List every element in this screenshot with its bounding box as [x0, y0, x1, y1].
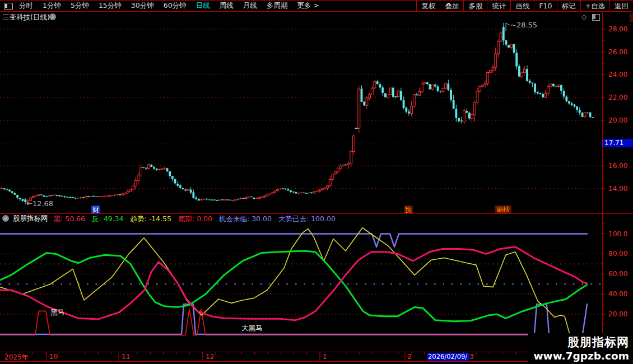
price-axis-label-20.00: 20.00: [608, 116, 627, 124]
indicator-line-dibu: [0, 309, 587, 335]
month-label-11: 11: [122, 353, 130, 361]
candlesticks: [1, 23, 594, 204]
action-button-返回[interactable]: 返回: [609, 1, 633, 11]
period-button-分时[interactable]: 分时: [19, 1, 33, 11]
action-button-叠加[interactable]: 叠加: [440, 1, 463, 11]
readout-底部: 底部: 0.00: [178, 214, 212, 223]
period-button-多周期[interactable]: 多周期: [267, 1, 288, 11]
action-button-标记[interactable]: 标记: [557, 1, 580, 11]
title-bar: 三变科技(日线) ⌄ ◇: [0, 12, 602, 21]
signal-label-大黑马: 大黑马: [241, 324, 263, 333]
watermark-url: www.7gpzb.com: [534, 350, 629, 362]
period-button-60分钟[interactable]: 60分钟: [164, 1, 187, 11]
indicator-gridlines: [0, 234, 602, 315]
year-label: 2025年: [4, 353, 29, 362]
period-button-30分钟[interactable]: 30分钟: [131, 1, 154, 11]
action-button-画线[interactable]: 画线: [510, 1, 534, 11]
high-flag-icon: [506, 23, 510, 31]
side-panel-tab[interactable]: [630, 13, 633, 22]
indicator-line-fan: [0, 251, 587, 321]
action-button-复权[interactable]: 复权: [416, 1, 440, 11]
low-price-annotation: ←12.68: [26, 199, 53, 208]
indicator-readouts: 黑: 50.66反: 49.34趋势: -14.55底部: 0.00机会来临: …: [54, 213, 342, 224]
readout-趋势: 趋势: -14.55: [130, 214, 171, 223]
cursor-date-tag: 2026/02/09/一: [427, 353, 469, 361]
watermark: 股朋指标网 www.7gpzb.com: [528, 333, 631, 362]
chevron-down-icon[interactable]: ⌄: [2, 215, 9, 222]
watermark-site-name: 股朋指标网: [534, 334, 629, 350]
period-button-5分钟[interactable]: 5分钟: [71, 1, 89, 11]
price-axis-label-28.00: 28.00: [608, 25, 627, 33]
panel-divider: [0, 213, 633, 214]
indicator-axis-label-60.00: 60.00: [608, 270, 627, 278]
indicator-axis-label-20.00: 20.00: [608, 310, 627, 318]
month-label-12: 12: [206, 353, 214, 361]
month-label-1: 1: [323, 353, 327, 361]
price-axis-label-22.00: 22.00: [608, 94, 627, 101]
price-gridlines: [0, 29, 602, 189]
split-window-icon[interactable]: [4, 3, 13, 10]
price-axis-label-26.00: 26.00: [608, 48, 627, 56]
indicator-header: ⌄ 股朋指标网 黑: 50.66反: 49.34趋势: -14.55底部: 0.…: [0, 214, 602, 222]
price-axis-label-14.00: 14.00: [608, 185, 627, 193]
period-button-月线[interactable]: 月线: [243, 1, 257, 11]
action-button-统计[interactable]: 统计: [487, 1, 510, 11]
chevron-down-icon[interactable]: ⌄: [49, 13, 56, 20]
period-button-周线[interactable]: 周线: [220, 1, 234, 11]
price-axis-line: [602, 12, 603, 352]
action-button-+自选[interactable]: +自选: [580, 1, 609, 11]
signal-label-黑马: 黑马: [50, 308, 64, 318]
period-button-日线[interactable]: 日线: [196, 1, 210, 11]
month-label-3: 3: [469, 353, 474, 361]
toolbar-separator: [16, 1, 16, 11]
readout-反: 反: 49.34: [92, 214, 123, 223]
top-toolbar: 分时1分钟5分钟15分钟30分钟60分钟日线周线月线多周期更多 > 复权叠加多股…: [0, 0, 633, 12]
period-button-更多 >[interactable]: 更多 >: [297, 1, 319, 11]
price-axis-label-24.00: 24.00: [608, 71, 627, 78]
period-button-15分钟[interactable]: 15分钟: [99, 1, 122, 11]
indicator-line-qushi: [0, 228, 577, 349]
action-button-F10[interactable]: F10: [534, 1, 556, 11]
action-button-多股[interactable]: 多股: [463, 1, 487, 11]
axis-ticks: [7, 29, 606, 361]
indicator-axis-label-100.0: 100.0: [608, 230, 627, 238]
indicator-name[interactable]: 股朋指标网: [13, 214, 48, 223]
current-price-tag: 17.71: [603, 139, 633, 147]
readout-大势已去: 大势已去: 100.00: [278, 214, 336, 223]
month-label-2: 2: [407, 353, 412, 361]
indicator-axis-label-40.00: 40.00: [608, 290, 627, 298]
event-marker-财[interactable]: 财: [91, 206, 100, 213]
event-marker-刷榜[interactable]: 刷榜: [495, 206, 511, 213]
action-buttons: 复权叠加多股统计画线F10标记+自选返回: [416, 1, 633, 11]
period-buttons: 分时1分钟5分钟15分钟30分钟60分钟日线周线月线多周期更多 >: [19, 1, 319, 11]
price-axis-label-16.00: 16.00: [608, 162, 627, 170]
trading-app-window: 分时1分钟5分钟15分钟30分钟60分钟日线周线月线多周期更多 > 复权叠加多股…: [0, 0, 633, 364]
readout-机会来临: 机会来临: 30.00: [219, 214, 272, 223]
chart-canvas[interactable]: [0, 0, 633, 364]
indicator-lines: [0, 228, 587, 349]
stock-title: 三变科技(日线): [2, 13, 50, 22]
split-view-icon[interactable]: [592, 14, 600, 21]
high-price-annotation: ~28.55: [510, 21, 537, 29]
diamond-icon[interactable]: ◇: [581, 13, 587, 21]
month-label-10: 10: [49, 353, 58, 361]
event-marker-预[interactable]: 预: [404, 206, 413, 213]
indicator-axis-label-80.00: 80.00: [608, 250, 627, 258]
period-button-1分钟[interactable]: 1分钟: [43, 1, 61, 11]
readout-黑: 黑: 50.66: [54, 214, 85, 223]
